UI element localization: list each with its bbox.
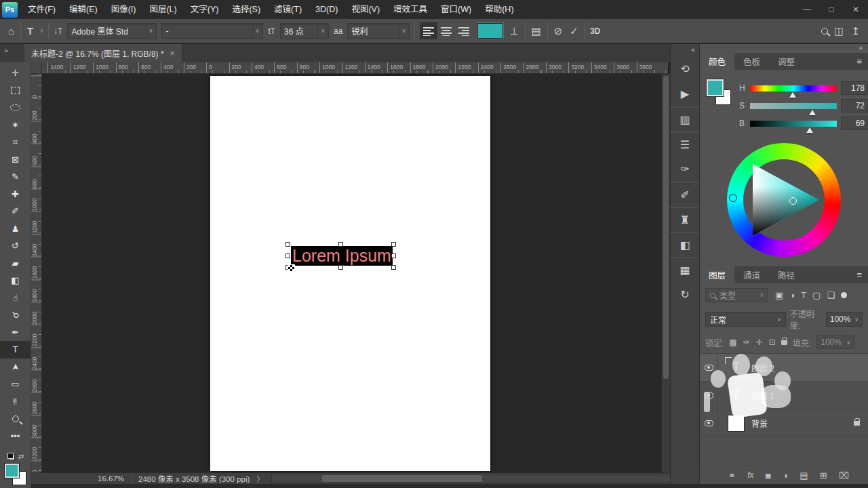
more-tools[interactable]: ••• [0,428,31,445]
layer-visibility-toggle[interactable] [700,354,718,381]
font-family-select[interactable]: Adobe 黑体 Std ∨ [67,23,157,39]
menu-item[interactable]: 图层(L) [142,0,183,19]
layer-name[interactable]: 图层 2 [751,362,774,373]
warp-text-icon[interactable]: ⊥ [508,25,519,37]
layer-name[interactable]: 背景 [751,418,768,429]
layer-visibility-toggle[interactable] [700,409,718,436]
transform-handle[interactable] [391,253,396,258]
type-tool[interactable]: T [0,341,31,359]
tab-paths[interactable]: 路径 [769,266,804,283]
transform-handle[interactable] [338,265,343,270]
quick-selection-tool[interactable]: ✶ [0,117,31,134]
lock-all-icon[interactable] [781,338,787,347]
close-icon[interactable]: × [170,49,175,58]
hand-tool[interactable]: ✌ [0,393,31,411]
transform-handle[interactable] [391,242,396,247]
swap-colors-icon[interactable]: ⇄ [18,453,24,460]
dock-collapse-icon[interactable]: « [671,44,699,56]
align-left-button[interactable] [420,22,437,39]
adjustment-layer-icon[interactable]: ◑ [783,470,788,481]
fill-select[interactable]: 100% ∨ [816,336,854,349]
brush-settings-panel-icon[interactable]: ✑ [671,157,699,182]
healing-brush-tool[interactable]: ✚ [0,186,31,203]
vertical-scrollbar-thumb[interactable] [663,76,669,379]
chevron-down-icon[interactable]: ∨ [854,317,859,323]
link-layers-icon[interactable]: ⚭ [728,470,736,481]
layer-row[interactable]: 背景 [700,409,868,437]
lock-artboard-icon[interactable]: ⊡ [769,338,776,347]
clone-source-panel-icon[interactable]: ♜ [671,207,699,232]
horizontal-scrollbar[interactable] [271,474,686,483]
toolbar-expand-icon[interactable]: » [4,46,7,54]
menu-item[interactable]: 3D(D) [309,0,344,19]
font-size-select[interactable]: 36 点 ∨ [280,23,329,39]
tab-adjustments[interactable]: 调整 [769,53,804,70]
layer-visibility-toggle[interactable] [700,382,718,409]
layer-row[interactable]: T 图层 1 [700,382,868,409]
slider-thumb[interactable] [789,92,796,98]
chevron-down-icon[interactable]: ∨ [399,24,406,38]
eyedropper-tool[interactable]: ✎ [0,168,31,186]
transform-handle[interactable] [338,242,343,247]
left-ruler[interactable]: 0200400600800100012001400160018002000220… [31,74,42,472]
slider-track[interactable] [750,85,837,92]
slider-value-field[interactable]: 178 [841,81,868,95]
filter-shape-layers-icon[interactable]: ▢ [812,290,821,300]
crop-tool[interactable]: ⌗ [0,134,31,151]
transform-handle[interactable] [285,242,290,247]
character-panel-icon[interactable]: ▤ [530,25,542,37]
color-wheel[interactable]: + [727,143,841,257]
lock-transparent-pixels-icon[interactable]: ▩ [729,338,736,347]
tab-color[interactable]: 颜色 [700,53,734,70]
layer-row[interactable]: T 图层 2 [700,354,868,382]
menu-item[interactable]: 图像(I) [104,0,143,19]
brush-tool[interactable]: ✐ [0,203,31,220]
status-chevron-icon[interactable]: 〉 [256,473,264,484]
cancel-edit-icon[interactable]: ⊘ [553,25,564,37]
lock-position-icon[interactable]: ✛ [756,338,763,347]
layer-group-icon[interactable]: ▤ [800,470,808,481]
slider-value-field[interactable]: 72 [841,99,868,113]
dodge-tool[interactable]: ⚲ [0,306,31,324]
chevron-down-icon[interactable]: ∨ [777,317,781,323]
patterns-panel-icon[interactable]: ▦ [671,257,699,282]
clone-stamp-tool[interactable]: ♟ [0,220,31,238]
chevron-down-icon[interactable]: ∨ [846,340,850,346]
shape-tool[interactable]: ▭ [0,375,31,393]
marquee-tool[interactable] [0,82,31,100]
workspace-switcher-icon[interactable]: ◫ [833,25,845,37]
commit-edit-icon[interactable]: ✓ [568,25,580,37]
frame-tool[interactable]: ⊠ [0,151,31,169]
chevron-down-icon[interactable]: ∨ [146,24,153,38]
zoom-tool[interactable] [0,410,31,428]
canvas-area[interactable]: Lorem Ipsum [42,74,670,472]
smudge-tool[interactable]: ☝ [0,289,31,307]
home-icon[interactable]: ⌂ [7,25,16,37]
slider-value-field[interactable]: 69 [841,117,868,130]
slider-thumb[interactable] [809,110,816,115]
filter-adjustment-layers-icon[interactable]: ◑ [789,290,795,300]
panel-menu-icon[interactable]: ≡ [850,266,868,283]
rotate-view-panel-icon[interactable]: ↻ [671,282,699,307]
opacity-select[interactable]: 100% ∨ [826,312,863,327]
anti-alias-select[interactable]: 锐利 ∨ [347,23,410,39]
panel-expand-icon[interactable]: » [859,44,861,53]
libraries-panel-icon[interactable]: ▥ [671,106,699,131]
font-style-select[interactable]: - ∨ [161,23,263,39]
move-tool[interactable]: ✛ [0,64,31,82]
pen-tool[interactable]: ✒ [0,324,31,342]
tab-swatches[interactable]: 色板 [734,53,769,70]
gradients-panel-icon[interactable]: ◧ [671,232,699,257]
menu-item[interactable]: 文件(F) [21,0,62,19]
history-brush-tool[interactable]: ↺ [0,237,31,255]
slider-thumb[interactable] [806,127,813,133]
text-bounding-box[interactable]: Lorem Ipsum [288,245,393,267]
top-ruler[interactable]: 1600140012001000800600400200020040060080… [31,62,668,74]
transform-handle[interactable] [285,253,290,258]
brushes-panel-icon[interactable]: ✐ [671,182,699,207]
new-layer-icon[interactable]: ⊞ [820,470,827,481]
menu-item[interactable]: 帮助(H) [478,0,520,19]
horizontal-scrollbar-thumb[interactable] [322,475,482,482]
layer-filter-select[interactable]: 类型 ∨ [705,288,768,302]
panel-menu-icon[interactable]: ≡ [850,53,868,70]
